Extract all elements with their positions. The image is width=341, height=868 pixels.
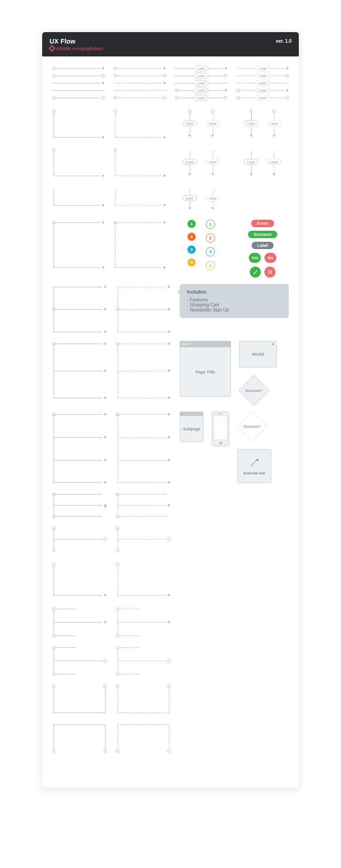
collect-2-arrow-dashed [116, 606, 170, 638]
pill-yes: Yes [249, 253, 261, 263]
collect-2-dot-solid [52, 645, 107, 677]
note-title: Includes: [187, 289, 281, 295]
branch-2-solid [52, 220, 104, 270]
phone-wireframe [212, 412, 229, 446]
subpage-wireframe: Subpage [180, 412, 204, 442]
branch-3-top-solid [52, 341, 107, 401]
converge-2-solid [52, 491, 107, 519]
v-arrow-solid-label-4: Label [242, 148, 260, 176]
arrow-solid-dotdot [52, 96, 104, 100]
version-label: ver. 1.0 [276, 39, 292, 44]
arrow-solid-label-dot2: Label [175, 89, 227, 92]
l-drop-dashed-2 [116, 563, 170, 600]
arrow-solid-plain [52, 89, 104, 92]
author-link[interactable]: dribbble.com/gregdlubacz [50, 46, 104, 51]
modal-close-icon: ✕ [271, 342, 275, 346]
arrow-solid-label-dotdot: Label [175, 96, 227, 100]
arrow-dashed-dot-arrow [114, 67, 166, 70]
note-item: Features [187, 297, 281, 302]
arrow-dashed-label: Label [236, 81, 289, 85]
v-arrow-solid-label: Label [181, 110, 198, 137]
u-return-up-dashed [116, 722, 170, 754]
numbered-badges-outline: 1 2 3 4 [206, 220, 215, 270]
u-return-down-solid [52, 683, 107, 715]
row-small-l-and-vertical-3: Label Label [52, 187, 289, 210]
kit-title: UX Flow [50, 38, 104, 45]
converge-2-dashed [116, 491, 170, 519]
arrow-solid-label: Label [175, 81, 227, 85]
row-horizontal-arrows: Label Label Label Label Label Label Labe… [52, 67, 289, 100]
phone-home-button-icon [219, 441, 222, 445]
arrow-solid-dot-dot [52, 74, 104, 78]
l-drop-solid-2 [52, 563, 107, 600]
arrow-dashed-label-arrow: Label [236, 67, 289, 70]
arrow-dashed-dotdot [114, 96, 166, 100]
status-label: Label [252, 242, 274, 249]
v-arrow-dashed-label-3: Label [204, 148, 221, 176]
pill-no: No [264, 253, 276, 263]
arrow-solid-label-arrow: Label [175, 67, 227, 70]
arrow-dashed-dot-dot [114, 74, 166, 78]
badge-3-filled: 3 [187, 245, 196, 254]
branch-3-top-dashed [116, 341, 170, 401]
branch-4-solid [52, 412, 107, 485]
header-bar: UX Flow dribbble.com/gregdlubacz ver. 1.… [42, 32, 299, 56]
arrow-dashed-plain [114, 89, 166, 92]
row-collect-2-to-dot [52, 645, 289, 677]
collect-2-arrow-solid [52, 606, 107, 638]
decision-diamond-solid: Success? [239, 376, 269, 405]
note-item: Shopping Cart [187, 302, 281, 307]
arrow-dashed-arrow [114, 81, 166, 85]
row-branch3-mid-and-note: Includes: Features Shopping Cart Newslet… [52, 284, 289, 334]
badge-2-outline: 2 [206, 234, 215, 243]
l-drop-dashed-small [114, 187, 166, 210]
row-converge-2-dots [52, 491, 289, 519]
u-return-down-dashed [116, 683, 170, 715]
v-arrow-solid-label-3: Label [181, 148, 198, 176]
arrow-solid-dot-arrow [52, 67, 104, 70]
row-u-return-down [52, 683, 289, 715]
numbered-badges-filled: 1 2 3 4 [187, 220, 196, 270]
branch-2-dashed [114, 220, 166, 270]
l-drop-solid-round [52, 148, 104, 180]
l-drop-solid-small [52, 187, 104, 210]
row-u-return-up [52, 722, 289, 754]
author-url: dribbble.com/gregdlubacz [56, 46, 104, 51]
row-branch2-and-badges: 1 2 3 4 1 2 3 4 Error! Success! Label [52, 220, 289, 278]
converge-2-to-dot-solid [52, 525, 107, 553]
row-converge-2-to-dot [52, 525, 289, 553]
l-drop-dashed-round [114, 148, 166, 180]
v-arrow-dashed-label-5: Label [204, 187, 221, 210]
arrow-dashed-label-dot2: Label [236, 89, 289, 92]
badge-1-outline: 1 [206, 220, 215, 229]
row-rounded-l-and-vertical-2: Label Label Label Label [52, 148, 289, 180]
external-link-tile: External link [237, 449, 271, 483]
row-branch3-top-and-browser: Page Title ✕ Modal Success? [52, 341, 289, 405]
badge-3-outline: 3 [206, 247, 215, 256]
branch-3-mid-solid [52, 284, 107, 334]
external-arrow-icon [249, 457, 260, 468]
badge-4-filled: 4 [187, 258, 196, 267]
modal-wireframe: ✕ Modal [239, 341, 277, 367]
modal-label: Modal [252, 352, 264, 356]
u-return-up-solid [52, 722, 107, 754]
converge-2-to-dot-dashed [116, 525, 170, 553]
branch-4-dashed [116, 412, 170, 485]
includes-note: Includes: Features Shopping Cart Newslet… [180, 284, 289, 318]
status-error: Error! [251, 220, 274, 227]
ux-flow-kit-card: UX Flow dribbble.com/gregdlubacz ver. 1.… [42, 32, 299, 788]
v-arrow-dashed-label-2: Label [265, 110, 283, 137]
arrow-dashed-label-dotdot: Label [236, 96, 289, 100]
status-success: Success! [248, 231, 277, 238]
phone-speaker-icon [218, 413, 223, 414]
note-item: Newsletter Sign Up [187, 307, 281, 312]
row-collect-2-to-arrow [52, 606, 289, 638]
arrow-solid-arrow [52, 81, 104, 85]
browser-traffic-lights-icon [180, 341, 231, 347]
arrow-solid-label-dot: Label [175, 74, 227, 78]
collect-2-dot-dashed [116, 645, 170, 677]
v-arrow-dashed-label: Label [204, 110, 221, 137]
row-l-drops-and-vertical: Label Label Label Label [52, 110, 289, 142]
arrow-dashed-label-dot: Label [236, 74, 289, 78]
browser-page-title: Page Title [180, 347, 231, 396]
